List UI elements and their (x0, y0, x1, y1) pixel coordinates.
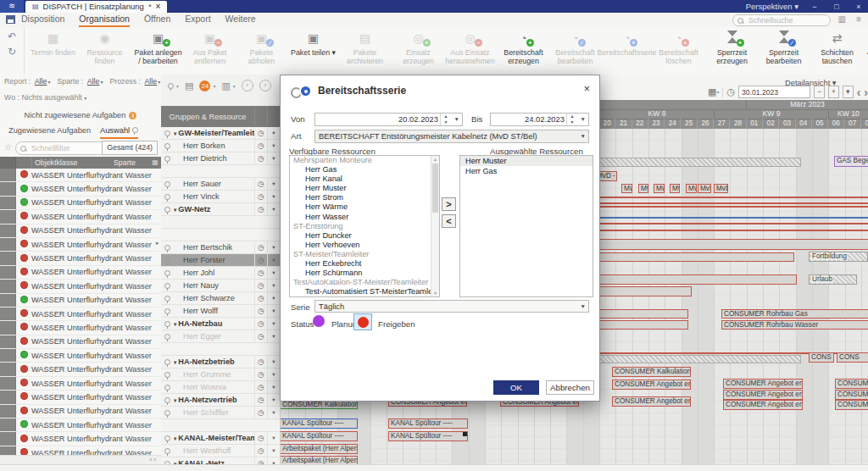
day-cell[interactable]: 27 (714, 119, 730, 129)
panel-layout-icon[interactable]: ▥ (838, 14, 846, 24)
header-objektklasse[interactable]: Objektklasse (32, 157, 114, 169)
gantt-date-input[interactable]: 30.01.2023 00:00:00 (738, 86, 810, 98)
day-cell[interactable]: 28 (730, 119, 746, 129)
clock-icon[interactable]: ◷ (254, 191, 267, 202)
clock-icon[interactable]: ◷ (254, 267, 267, 279)
resource-row-gw-meister-teamleit[interactable]: ▾GW-Meister/Teamleit◷▾ (161, 127, 280, 140)
task-row[interactable]: WASSER Unterflurhydrant WartungWasser (0, 391, 161, 404)
day-cell[interactable]: 22 (632, 119, 648, 129)
perspectives-menu[interactable]: Perspektiven ▾ (746, 2, 798, 11)
chevron-down-icon[interactable]: ▾ (267, 330, 280, 342)
clock-icon[interactable]: ◷ (254, 445, 267, 457)
collapse-right-icon[interactable]: › (259, 80, 271, 91)
calendar-icon[interactable]: ▦ (708, 86, 716, 97)
clock-icon[interactable]: ◷ (254, 457, 267, 464)
clock-icon[interactable]: ◷ (254, 407, 267, 418)
resource-item[interactable]: Herr Strom (290, 193, 431, 202)
clock-icon[interactable]: ◷ (254, 432, 267, 444)
resource-row-herr-schiffler[interactable]: Herr Schiffler◷▾ (161, 407, 280, 419)
resource-item[interactable]: Herr Schürmann (290, 269, 431, 278)
chevron-down-icon[interactable]: ▾ (267, 407, 280, 418)
scroll-thumb[interactable] (432, 163, 438, 213)
spinner-icon[interactable]: ▲▼ (566, 114, 577, 125)
dialog-close-icon[interactable]: × (583, 82, 590, 95)
resource-row-herr-johl[interactable]: Herr Johl◷▾ (161, 267, 280, 280)
clock-icon[interactable]: ◷ (254, 356, 267, 368)
day-cell[interactable]: 05 (812, 119, 828, 129)
scroll-up-icon[interactable]: ▲ (431, 157, 439, 162)
scroll-down-icon[interactable]: ▼ (431, 291, 439, 296)
resource-row-herr-egger[interactable]: Herr Egger◷▾ (161, 330, 280, 343)
header-sparte[interactable]: Sparte (114, 157, 149, 169)
resource-row-herr-dietrich[interactable]: Herr Dietrich◷▾ (161, 152, 280, 165)
task-row[interactable]: WASSER Unterflurhydrant WartungWasser (0, 182, 161, 196)
chevron-down-icon[interactable]: ▾ (267, 254, 280, 266)
task-row[interactable]: WASSER Unterflurhydrant WartungWasser (0, 252, 161, 265)
task-row[interactable]: WASSER Unterflurhydrant WartungWasser (0, 335, 161, 349)
resource-row-herr-borken[interactable]: Herr Borken◷▾ (161, 140, 280, 152)
close-button[interactable]: × (853, 3, 865, 11)
timeline-icon[interactable]: ▥ (221, 80, 230, 91)
resource-row-ha-netzvertrieb[interactable]: ▾HA-Netzvertrieb◷▾ (161, 394, 280, 407)
task-filter-input[interactable] (30, 143, 106, 153)
von-date-input[interactable]: 20.02.2023▲▼▼ (314, 113, 463, 126)
clock-icon[interactable]: ◷ (254, 152, 267, 164)
chevron-down-icon[interactable]: ▾ (267, 292, 280, 304)
bis-date-input[interactable]: 24.02.2023▲▼▼ (490, 113, 589, 126)
resource-header-label[interactable]: Gruppen & Ressource (161, 106, 254, 127)
resource-item[interactable]: Herr Muster (290, 184, 431, 193)
clock-icon[interactable]: ◷ (254, 254, 267, 266)
selected-resource-item[interactable]: Herr Muster (460, 156, 593, 166)
ribbon-tab-disposition[interactable]: Disposition (21, 13, 64, 25)
resource-row-herr-vinck[interactable]: Herr Vinck◷▾ (161, 191, 280, 203)
task-row[interactable]: WASSER Unterflurhydrant WartungWasser (0, 432, 161, 446)
resource-row-herr-bertschik[interactable]: Herr Bertschik◷▾ (161, 241, 280, 254)
clock-icon[interactable]: ◷ (254, 330, 267, 342)
count-badge[interactable]: 24 (199, 80, 210, 91)
close-tab-icon[interactable]: × (156, 1, 161, 13)
resource-row-herr-westhoff[interactable]: Herr Westhoff◷▾ (161, 445, 280, 457)
resource-item[interactable]: Herr Wärme (290, 202, 431, 212)
resource-item[interactable]: Herr Wasser (290, 213, 431, 222)
clock-icon[interactable]: ◷ (254, 127, 267, 139)
day-cell[interactable]: 06 (828, 119, 844, 129)
task-row[interactable]: WASSER Unterflurhydrant WartungWasser (0, 321, 161, 335)
chevron-down-icon[interactable]: ▾ (267, 191, 280, 202)
resource-row-kanal-meister-team[interactable]: ▾KANAL-Meister/Team◷▾ (161, 432, 280, 445)
ribbon-button-schichten-tauschen[interactable]: ⇄Schichten tauschen (811, 27, 863, 75)
resource-row-gw-netz[interactable]: ▾GW-Netz◷▾ (161, 203, 280, 216)
ribbon-button-aufgabe-ohne-bezug-erzeugen[interactable]: ⊕Aufgabe ohne Bezug erzeugen (865, 27, 868, 75)
menu-icon[interactable]: ≡ (856, 14, 861, 24)
chevron-down-icon[interactable]: ▾ (267, 241, 280, 253)
day-cell[interactable]: 25 (682, 119, 698, 129)
list-view-icon[interactable]: ▤ (185, 80, 193, 91)
quick-search-input[interactable] (747, 15, 818, 25)
tab-auswahl[interactable]: Auswahl (100, 125, 138, 139)
task-row[interactable]: WASSER Unterflurhydrant WartungWasser (0, 405, 161, 418)
total-count-button[interactable]: Gesamt (424) (102, 141, 158, 155)
resource-row-herr-grumme[interactable]: Herr Grumme◷▾ (161, 368, 280, 381)
day-cell[interactable]: 01 (747, 119, 763, 129)
task-hscrollbar[interactable]: ‹ › (0, 455, 161, 464)
resource-row-ha-netzbetrieb[interactable]: ▾HA-Netzbetrieb◷▾ (161, 356, 280, 368)
task-row[interactable]: WASSER Unterflurhydrant WartungWasser (0, 377, 161, 391)
chevron-down-icon[interactable]: ▾ (267, 203, 280, 215)
chevron-down-icon[interactable]: ▾ (267, 356, 280, 368)
resource-row-herr-sauer[interactable]: Herr Sauer◷▾ (161, 178, 280, 191)
resource-group-item[interactable]: ST-Entstörung (290, 222, 431, 231)
resource-group-item[interactable]: ST-Meister/Teamleiter (290, 250, 431, 259)
move-left-button[interactable]: < (442, 214, 456, 228)
resource-row-herr-wolff[interactable]: Herr Wolff◷▾ (161, 305, 280, 318)
save-icon[interactable] (6, 15, 15, 24)
available-resources-list[interactable]: Mehrsparten MonteureHerr GasHerr KanalHe… (289, 155, 440, 297)
day-cell[interactable]: 04 (796, 119, 812, 129)
chevron-down-icon[interactable]: ▾ (267, 432, 280, 444)
zoom-dropdown[interactable]: ▾ (843, 86, 854, 98)
day-cell[interactable]: 21 (615, 119, 632, 129)
art-select[interactable]: BEREITSCHAFT Entstörungsmeister Kabelnet… (314, 130, 589, 143)
ribbon-button-sperrzeit-erzeugen[interactable]: +Sperrzeit erzeugen (706, 27, 758, 75)
filter-sparte[interactable]: Sparte : Alle▾ (57, 77, 103, 86)
day-cell[interactable]: 03 (779, 119, 795, 129)
zoom-out-button[interactable]: − (814, 86, 825, 98)
resource-row-herr-forster[interactable]: Herr Forster◷▾ (161, 254, 280, 267)
